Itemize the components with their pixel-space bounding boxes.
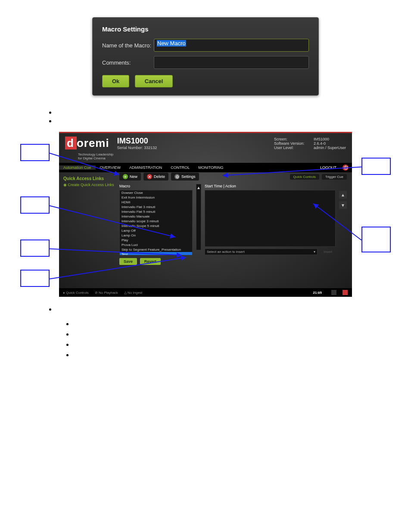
macro-list[interactable]: Dowser CloseExit from IntermissionHDMIIn… [119, 190, 193, 255]
macro-list-item[interactable]: Dowser Close [120, 190, 192, 195]
macro-list-item[interactable]: Test [120, 252, 192, 255]
delete-icon: ✕ [147, 174, 152, 179]
plus-icon: + [123, 174, 128, 179]
create-quick-link[interactable]: ◉ Create Quick Access Links [63, 183, 115, 187]
bullet-list-bottom [56, 320, 355, 357]
system-info: Screen:IMS1000 Software Version:2.6.4-0 … [274, 137, 346, 150]
nav-bar: Automation Cue OVERVIEW ADMINISTRATION C… [59, 163, 352, 172]
list-item [56, 109, 372, 115]
product-name: IMS1000 [117, 137, 157, 146]
serial-number: Serial Number: 332132 [117, 146, 157, 150]
macro-list-item[interactable]: Intervallo Flat 5 minuti [120, 209, 192, 214]
quick-links-title: Quick Access Links [63, 176, 115, 181]
save-button[interactable]: Save [119, 258, 137, 265]
macro-list-item[interactable]: Prova Luci [120, 243, 192, 247]
tab-administration[interactable]: ADMINISTRATION [125, 165, 166, 170]
status-bar: ▸ Quick Controls ⊘ No Playback △ No Inge… [59, 288, 352, 297]
callout-box [20, 144, 50, 161]
footer-no-ingest: △ No Ingest [124, 291, 142, 295]
tab-monitoring[interactable]: MONITORING [194, 165, 227, 170]
actions-panel [205, 190, 336, 247]
revert-button[interactable]: Revert [140, 258, 161, 265]
sidebar: Quick Access Links ◉ Create Quick Access… [63, 176, 115, 187]
power-icon[interactable]: ⏻ [342, 165, 349, 171]
doremi-logo: doremi [65, 137, 109, 150]
list-item [73, 351, 355, 357]
macro-list-item[interactable]: Skip to Segment Feature_Presentation [120, 247, 192, 252]
move-up-button[interactable]: ▲ [339, 191, 347, 199]
tab-control[interactable]: CONTROL [166, 165, 194, 170]
callout-box [361, 227, 391, 252]
gear-icon: ⚙ [174, 174, 180, 179]
bullet-list-mid [39, 305, 372, 311]
action-select[interactable]: Select an action to insert▾ [205, 249, 318, 255]
macro-list-header: Macro [119, 184, 193, 188]
footer-quick-controls[interactable]: ▸ Quick Controls [63, 291, 89, 295]
macro-list-item[interactable]: Lamp On [120, 233, 192, 238]
tagline: Technology Leadershipfor Digital Cinema [78, 152, 352, 160]
chevron-down-icon: ▾ [314, 250, 315, 254]
macro-list-item[interactable]: Intervallo Scope 5 minuti [120, 224, 192, 228]
footer-indicator-1 [331, 290, 336, 295]
callout-box [20, 196, 50, 214]
macro-settings-dialog: Macro Settings Name of the Macro: New Ma… [92, 17, 319, 96]
ok-button[interactable]: Ok [102, 75, 129, 87]
macro-name-label: Name of the Macro: [102, 42, 154, 49]
insert-button[interactable]: Insert [320, 249, 336, 255]
macro-list-item[interactable]: Play [120, 238, 192, 243]
settings-button[interactable]: ⚙Settings [171, 173, 199, 180]
move-down-button[interactable]: ▼ [339, 201, 347, 209]
callout-box [361, 158, 391, 175]
new-button[interactable]: +New [119, 173, 141, 180]
list-item [73, 330, 355, 336]
macro-list-item[interactable]: Intervallo Flat 3 minuti [120, 205, 192, 209]
callout-box [20, 240, 50, 257]
list-item [56, 117, 372, 123]
actions-header: Start Time | Action [205, 184, 336, 188]
macro-list-item[interactable]: Intervallo scope 3 minuti [120, 219, 192, 224]
macro-list-item[interactable]: Exit from Intermission [120, 195, 192, 200]
macro-list-item[interactable]: HDMI [120, 200, 192, 205]
list-item [73, 341, 355, 347]
tab-overview[interactable]: OVERVIEW [96, 165, 125, 170]
logout-link[interactable]: LOGOUT [320, 165, 339, 170]
ims-app-window: doremi IMS1000 Serial Number: 332132 Scr… [59, 132, 352, 297]
bullet-list-top [39, 109, 372, 123]
list-item [56, 305, 372, 311]
tab-automation-cue[interactable]: Automation Cue [59, 165, 96, 170]
macro-list-item[interactable]: Lamp Off [120, 228, 192, 233]
footer-no-playback: ⊘ No Playback [95, 291, 118, 295]
comments-label: Comments: [102, 59, 154, 66]
trigger-cue-button[interactable]: Trigger Cue [322, 174, 347, 180]
macro-list-item[interactable]: Intervallo Manuale [120, 214, 192, 219]
comments-input[interactable] [154, 56, 309, 69]
list-item [73, 320, 355, 326]
callout-box [20, 270, 50, 287]
delete-button[interactable]: ✕Delete [143, 173, 168, 180]
dialog-title: Macro Settings [102, 25, 309, 33]
footer-time: 21:05 [313, 291, 322, 295]
footer-indicator-2 [342, 290, 348, 295]
cancel-button[interactable]: Cancel [135, 75, 173, 87]
macro-name-input[interactable]: New Macro [154, 39, 309, 52]
quick-controls-button[interactable]: Quick Controls [290, 174, 319, 180]
scrollbar[interactable]: ▲ [196, 184, 201, 250]
